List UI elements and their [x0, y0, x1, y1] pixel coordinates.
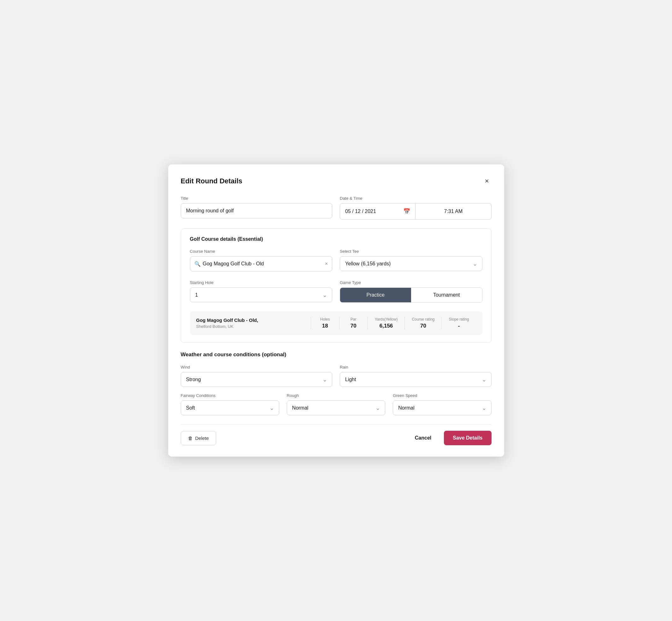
close-button[interactable]: ×	[482, 176, 492, 187]
cancel-button[interactable]: Cancel	[410, 431, 436, 445]
weather-section: Weather and course conditions (optional)…	[181, 351, 492, 415]
fairway-wrapper: Soft ⌄	[181, 401, 279, 415]
edit-round-modal: Edit Round Details × Title Date & Time 0…	[168, 164, 504, 457]
par-value: 70	[350, 323, 356, 329]
time-input[interactable]: 7:31 AM	[416, 203, 491, 220]
title-input[interactable]	[181, 203, 333, 218]
course-name-input[interactable]	[190, 256, 333, 272]
starting-hole-label: Starting Hole	[190, 280, 333, 285]
green-speed-group: Green Speed Normal ⌄	[393, 393, 491, 415]
green-speed-label: Green Speed	[393, 393, 491, 398]
select-tee-group: Select Tee Yellow (6,156 yards) ⌄	[340, 249, 482, 272]
select-tee-label: Select Tee	[340, 249, 482, 254]
course-name-label: Course Name	[190, 249, 333, 254]
slope-rating-label: Slope rating	[449, 317, 469, 322]
slope-rating-value: -	[458, 323, 460, 329]
fairway-select[interactable]: Soft	[181, 401, 279, 415]
game-type-group: Game Type Practice Tournament	[340, 280, 482, 303]
holes-value: 18	[322, 323, 328, 329]
date-input[interactable]: 05 / 12 / 2021 📅	[340, 203, 416, 220]
course-info-location: Shelford Bottom, UK	[196, 324, 311, 329]
save-button[interactable]: Save Details	[444, 431, 491, 445]
course-rating-value: 70	[420, 323, 426, 329]
wind-select[interactable]: Strong	[181, 372, 333, 387]
game-type-toggle: Practice Tournament	[340, 287, 482, 303]
green-speed-select[interactable]: Normal	[393, 401, 491, 415]
select-tee-input[interactable]: Yellow (6,156 yards)	[340, 256, 482, 271]
course-rating-stat: Course rating 70	[405, 317, 442, 329]
rough-select[interactable]: Normal	[287, 401, 385, 415]
rain-group: Rain Light ⌄	[340, 365, 492, 387]
starting-hole-wrapper: 1 ⌄	[190, 287, 333, 302]
tournament-button[interactable]: Tournament	[411, 288, 482, 302]
rough-wrapper: Normal ⌄	[287, 401, 385, 415]
holes-label: Holes	[320, 317, 330, 322]
yards-label: Yards(Yellow)	[375, 317, 398, 322]
rough-label: Rough	[287, 393, 385, 398]
practice-button[interactable]: Practice	[340, 288, 411, 302]
game-type-label: Game Type	[340, 280, 482, 285]
search-icon: 🔍	[194, 261, 201, 267]
time-value: 7:31 AM	[444, 209, 463, 214]
rain-wrapper: Light ⌄	[340, 372, 492, 387]
course-rating-label: Course rating	[412, 317, 434, 322]
fairway-label: Fairway Conditions	[181, 393, 279, 398]
fairway-rough-green-row: Fairway Conditions Soft ⌄ Rough Normal ⌄	[181, 393, 492, 415]
footer-right: Cancel Save Details	[410, 431, 492, 445]
modal-title: Edit Round Details	[181, 177, 243, 185]
course-tee-row: Course Name 🔍 × Select Tee Yellow (6,156…	[190, 249, 482, 272]
course-info-name-text: Gog Magog Golf Club - Old,	[196, 318, 311, 323]
green-speed-wrapper: Normal ⌄	[393, 401, 491, 415]
title-datetime-row: Title Date & Time 05 / 12 / 2021 📅 7:31 …	[181, 196, 492, 220]
weather-section-title: Weather and course conditions (optional)	[181, 351, 492, 358]
yards-stat: Yards(Yellow) 6,156	[368, 317, 405, 329]
modal-header: Edit Round Details ×	[181, 176, 492, 187]
modal-footer: 🗑 Delete Cancel Save Details	[181, 424, 492, 445]
date-time-group: 05 / 12 / 2021 📅 7:31 AM	[340, 203, 492, 220]
par-label: Par	[350, 317, 356, 322]
course-name-group: Course Name 🔍 ×	[190, 249, 333, 272]
slope-rating-stat: Slope rating -	[442, 317, 476, 329]
clear-icon[interactable]: ×	[325, 261, 328, 266]
rain-select[interactable]: Light	[340, 372, 492, 387]
wind-group: Wind Strong ⌄	[181, 365, 333, 387]
rain-label: Rain	[340, 365, 492, 370]
wind-wrapper: Strong ⌄	[181, 372, 333, 387]
starting-hole-group: Starting Hole 1 ⌄	[190, 280, 333, 303]
course-info-bar: Gog Magog Golf Club - Old, Shelford Bott…	[190, 312, 482, 335]
calendar-icon: 📅	[403, 208, 410, 215]
delete-button[interactable]: 🗑 Delete	[181, 431, 216, 445]
golf-section-title: Golf Course details (Essential)	[190, 236, 482, 242]
hole-gametype-row: Starting Hole 1 ⌄ Game Type Practice Tou…	[190, 280, 482, 303]
holes-stat: Holes 18	[311, 317, 339, 329]
rough-group: Rough Normal ⌄	[287, 393, 385, 415]
wind-rain-row: Wind Strong ⌄ Rain Light ⌄	[181, 365, 492, 387]
date-value: 05 / 12 / 2021	[345, 209, 376, 214]
title-field-group: Title	[181, 196, 333, 220]
starting-hole-input[interactable]: 1	[190, 287, 333, 302]
datetime-field-group: Date & Time 05 / 12 / 2021 📅 7:31 AM	[340, 196, 492, 220]
wind-label: Wind	[181, 365, 333, 370]
title-label: Title	[181, 196, 333, 201]
delete-label: Delete	[195, 436, 209, 441]
golf-course-section: Golf Course details (Essential) Course N…	[181, 229, 492, 343]
select-tee-wrapper: Yellow (6,156 yards) ⌄	[340, 256, 482, 271]
course-info-name: Gog Magog Golf Club - Old, Shelford Bott…	[196, 318, 311, 329]
datetime-label: Date & Time	[340, 196, 492, 201]
trash-icon: 🗑	[188, 436, 193, 441]
par-stat: Par 70	[339, 317, 368, 329]
fairway-group: Fairway Conditions Soft ⌄	[181, 393, 279, 415]
course-name-wrapper: 🔍 ×	[190, 256, 333, 272]
yards-value: 6,156	[380, 323, 393, 329]
